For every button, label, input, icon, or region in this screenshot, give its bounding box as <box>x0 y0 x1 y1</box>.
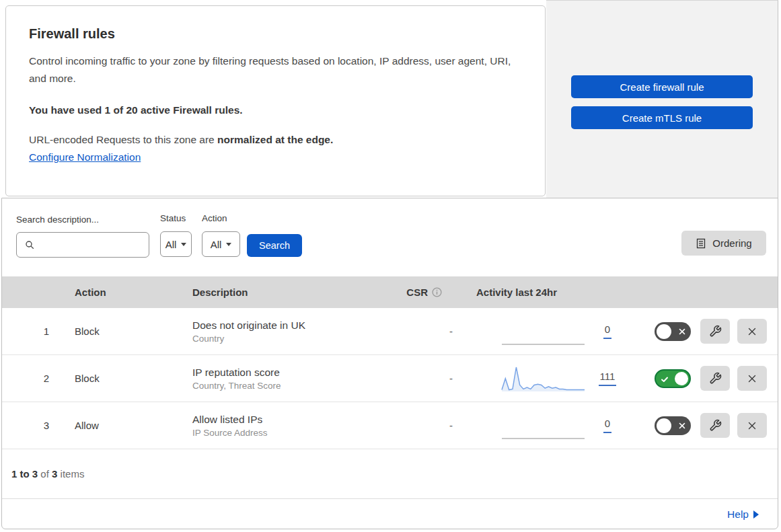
rule-csr-value: - <box>406 373 466 384</box>
arrow-right-icon <box>753 510 759 519</box>
activity-count-link[interactable]: 0 <box>603 324 611 339</box>
normalization-note-bold: normalized at the edge. <box>217 134 333 145</box>
wrench-icon <box>709 325 722 338</box>
action-filter-label: Action <box>202 213 227 223</box>
rule-csr-value: - <box>406 326 466 337</box>
x-icon <box>679 422 685 429</box>
help-link-label: Help <box>727 508 749 521</box>
search-label: Search description... <box>16 215 99 225</box>
activity-count-cell: 111 <box>591 371 624 386</box>
activity-sparkline <box>501 317 585 346</box>
ordering-button-label: Ordering <box>712 237 751 249</box>
rule-criteria: IP Source Address <box>192 428 387 438</box>
rule-priority: 2 <box>2 373 49 384</box>
rule-criteria: Country <box>192 334 387 344</box>
rule-action: Block <box>75 326 162 337</box>
column-header-csr: CSR <box>406 287 466 298</box>
actions-panel: Create firewall rule Create mTLS rule <box>546 0 778 198</box>
rule-description: IP reputation score <box>192 367 387 379</box>
pagination-of: of <box>40 468 49 480</box>
search-input[interactable] <box>40 239 149 251</box>
rule-csr-value: - <box>406 420 466 431</box>
rule-description-cell: IP reputation score Country, Threat Scor… <box>192 367 387 391</box>
edit-rule-button[interactable] <box>700 319 730 344</box>
info-icon[interactable] <box>432 287 442 297</box>
column-header-description: Description <box>192 287 387 298</box>
x-icon <box>679 328 685 335</box>
ordering-button[interactable]: Ordering <box>681 231 766 256</box>
chevron-down-icon <box>181 243 186 246</box>
pagination-summary: 1 to 3 of 3 items <box>2 449 778 498</box>
column-header-activity: Activity last 24hr <box>476 287 611 298</box>
page-title: Firewall rules <box>29 26 518 42</box>
activity-count-link[interactable]: 0 <box>603 418 611 433</box>
toggle-knob <box>657 418 671 433</box>
table-row: 1 Block Does not originate in UK Country… <box>2 308 778 355</box>
normalization-note-text: URL-encoded Requests to this zone are <box>29 134 217 145</box>
create-firewall-rule-button[interactable]: Create firewall rule <box>571 75 753 98</box>
rule-priority: 3 <box>2 420 49 431</box>
page-description: Control incoming traffic to your zone by… <box>29 52 517 87</box>
search-button[interactable]: Search <box>247 234 302 257</box>
usage-note: You have used 1 of 20 active Firewall ru… <box>29 104 518 116</box>
activity-count-link[interactable]: 111 <box>599 371 617 386</box>
pagination-range: 1 to 3 <box>11 468 38 480</box>
configure-normalization-link[interactable]: Configure Normalization <box>29 151 141 163</box>
activity-sparkline <box>501 412 585 440</box>
column-header-action: Action <box>75 287 162 298</box>
firewall-rules-header-card: Firewall rules Control incoming traffic … <box>5 5 546 196</box>
chevron-down-icon <box>226 243 231 246</box>
edit-rule-button[interactable] <box>700 366 730 391</box>
rule-description-cell: Does not originate in UK Country <box>192 319 387 344</box>
delete-rule-button[interactable] <box>737 319 767 344</box>
delete-rule-button[interactable] <box>737 366 767 391</box>
pagination-total: 3 <box>52 468 57 480</box>
firewall-rules-list-card: Search description... Status All Action … <box>1 198 778 529</box>
search-input-container[interactable] <box>16 232 149 258</box>
rule-description: Allow listed IPs <box>192 414 387 426</box>
close-icon <box>746 420 758 432</box>
list-document-icon <box>696 238 706 249</box>
help-link[interactable]: Help <box>727 508 759 521</box>
action-filter-dropdown[interactable]: All <box>202 231 240 257</box>
rule-enabled-toggle[interactable] <box>655 416 691 435</box>
table-header-row: Action Description CSR Activity last 24h… <box>2 276 778 308</box>
wrench-icon <box>709 419 722 432</box>
rule-enabled-toggle[interactable] <box>655 369 691 388</box>
status-filter-dropdown[interactable]: All <box>160 231 192 257</box>
rule-criteria: Country, Threat Score <box>192 381 387 391</box>
search-icon <box>24 239 35 250</box>
wrench-icon <box>709 372 722 385</box>
status-filter-label: Status <box>160 213 186 223</box>
help-bar: Help <box>2 498 778 530</box>
filter-bar: Search description... Status All Action … <box>2 198 778 276</box>
toggle-knob <box>675 372 688 385</box>
status-filter-value: All <box>165 239 177 250</box>
activity-sparkline <box>501 365 585 393</box>
pagination-items: items <box>61 468 85 480</box>
rule-action: Block <box>75 373 162 384</box>
activity-count-cell: 0 <box>591 324 624 339</box>
delete-rule-button[interactable] <box>737 413 767 438</box>
create-mtls-rule-button[interactable]: Create mTLS rule <box>571 106 753 129</box>
rule-enabled-toggle[interactable] <box>655 322 691 341</box>
check-icon <box>661 375 669 383</box>
normalization-note: URL-encoded Requests to this zone are no… <box>29 134 518 146</box>
activity-count-cell: 0 <box>591 418 624 433</box>
edit-rule-button[interactable] <box>700 413 730 438</box>
table-row: 2 Block IP reputation score Country, Thr… <box>2 355 778 402</box>
rule-priority: 1 <box>2 326 49 337</box>
csr-header-label: CSR <box>406 287 428 298</box>
rule-description: Does not originate in UK <box>192 319 387 332</box>
close-icon <box>746 326 758 338</box>
rule-action: Allow <box>75 420 162 431</box>
action-filter-value: All <box>211 239 222 250</box>
rule-description-cell: Allow listed IPs IP Source Address <box>192 414 387 438</box>
close-icon <box>746 373 758 385</box>
toggle-knob <box>657 324 671 339</box>
table-row: 3 Allow Allow listed IPs IP Source Addre… <box>2 402 778 449</box>
